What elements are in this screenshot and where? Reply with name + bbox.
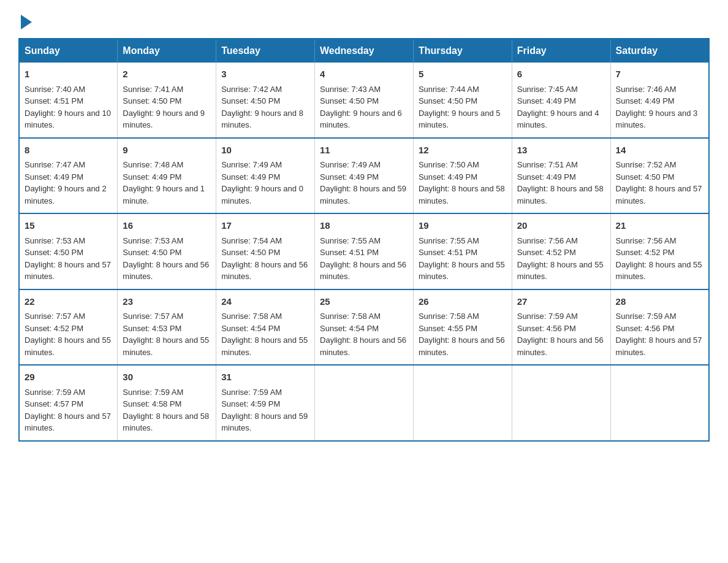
calendar-cell: 22Sunrise: 7:57 AMSunset: 4:52 PMDayligh…	[19, 289, 118, 366]
day-number: 16	[123, 219, 211, 233]
day-info: Sunrise: 7:58 AMSunset: 4:55 PMDaylight:…	[419, 312, 505, 357]
day-number: 11	[320, 144, 408, 158]
calendar-cell: 29Sunrise: 7:59 AMSunset: 4:57 PMDayligh…	[19, 365, 118, 441]
day-info: Sunrise: 7:51 AMSunset: 4:49 PMDaylight:…	[517, 160, 604, 205]
day-number: 7	[616, 67, 703, 82]
day-info: Sunrise: 7:57 AMSunset: 4:52 PMDaylight:…	[25, 312, 111, 357]
calendar-cell: 25Sunrise: 7:58 AMSunset: 4:54 PMDayligh…	[315, 289, 414, 366]
calendar-cell: 24Sunrise: 7:58 AMSunset: 4:54 PMDayligh…	[216, 289, 315, 366]
day-info: Sunrise: 7:52 AMSunset: 4:50 PMDaylight:…	[616, 160, 702, 205]
weekday-header: Sunday	[19, 39, 118, 63]
calendar-week-row: 1Sunrise: 7:40 AMSunset: 4:51 PMDaylight…	[19, 63, 709, 138]
calendar-cell	[413, 365, 512, 441]
calendar-cell: 7Sunrise: 7:46 AMSunset: 4:49 PMDaylight…	[610, 63, 709, 138]
calendar-cell: 30Sunrise: 7:59 AMSunset: 4:58 PMDayligh…	[118, 365, 216, 441]
calendar-cell: 31Sunrise: 7:59 AMSunset: 4:59 PMDayligh…	[216, 365, 315, 441]
calendar-cell: 21Sunrise: 7:56 AMSunset: 4:52 PMDayligh…	[610, 213, 709, 289]
day-info: Sunrise: 7:44 AMSunset: 4:50 PMDaylight:…	[419, 85, 501, 130]
calendar-cell	[315, 365, 414, 441]
day-number: 29	[25, 370, 112, 385]
day-number: 15	[25, 219, 112, 233]
calendar-cell	[610, 365, 709, 441]
calendar-cell: 8Sunrise: 7:47 AMSunset: 4:49 PMDaylight…	[19, 138, 118, 214]
weekday-header: Wednesday	[315, 39, 414, 63]
calendar-cell: 23Sunrise: 7:57 AMSunset: 4:53 PMDayligh…	[118, 289, 216, 366]
calendar-cell: 17Sunrise: 7:54 AMSunset: 4:50 PMDayligh…	[216, 213, 315, 289]
weekday-header: Saturday	[610, 39, 709, 63]
calendar-cell: 18Sunrise: 7:55 AMSunset: 4:51 PMDayligh…	[315, 213, 414, 289]
day-info: Sunrise: 7:56 AMSunset: 4:52 PMDaylight:…	[517, 236, 604, 282]
day-info: Sunrise: 7:58 AMSunset: 4:54 PMDaylight:…	[320, 312, 406, 357]
calendar-week-row: 8Sunrise: 7:47 AMSunset: 4:49 PMDaylight…	[19, 138, 709, 214]
calendar-week-row: 22Sunrise: 7:57 AMSunset: 4:52 PMDayligh…	[19, 289, 709, 366]
day-number: 25	[320, 295, 408, 309]
day-number: 12	[419, 144, 507, 158]
calendar-cell: 5Sunrise: 7:44 AMSunset: 4:50 PMDaylight…	[413, 63, 512, 138]
day-number: 8	[25, 144, 112, 158]
day-info: Sunrise: 7:41 AMSunset: 4:50 PMDaylight:…	[123, 85, 205, 130]
day-number: 9	[123, 144, 211, 158]
day-number: 10	[221, 144, 309, 158]
calendar-cell: 14Sunrise: 7:52 AMSunset: 4:50 PMDayligh…	[610, 138, 709, 214]
day-info: Sunrise: 7:55 AMSunset: 4:51 PMDaylight:…	[320, 236, 406, 282]
calendar-cell: 27Sunrise: 7:59 AMSunset: 4:56 PMDayligh…	[512, 289, 610, 366]
day-info: Sunrise: 7:49 AMSunset: 4:49 PMDaylight:…	[320, 160, 406, 205]
day-info: Sunrise: 7:59 AMSunset: 4:56 PMDaylight:…	[616, 312, 702, 357]
day-number: 13	[517, 144, 605, 158]
day-info: Sunrise: 7:43 AMSunset: 4:50 PMDaylight:…	[320, 85, 402, 130]
weekday-header: Thursday	[413, 39, 512, 63]
calendar-cell: 12Sunrise: 7:50 AMSunset: 4:49 PMDayligh…	[413, 138, 512, 214]
calendar-cell: 2Sunrise: 7:41 AMSunset: 4:50 PMDaylight…	[118, 63, 216, 138]
day-number: 6	[517, 67, 605, 82]
day-number: 24	[221, 295, 309, 309]
weekday-header: Tuesday	[216, 39, 315, 63]
day-info: Sunrise: 7:48 AMSunset: 4:49 PMDaylight:…	[123, 160, 205, 205]
day-info: Sunrise: 7:53 AMSunset: 4:50 PMDaylight:…	[123, 236, 209, 282]
page-header	[18, 12, 710, 27]
day-info: Sunrise: 7:56 AMSunset: 4:52 PMDaylight:…	[616, 236, 702, 282]
day-number: 20	[517, 219, 605, 233]
day-info: Sunrise: 7:46 AMSunset: 4:49 PMDaylight:…	[616, 85, 698, 130]
day-info: Sunrise: 7:53 AMSunset: 4:50 PMDaylight:…	[25, 236, 111, 282]
day-number: 4	[320, 67, 408, 82]
calendar-cell: 19Sunrise: 7:55 AMSunset: 4:51 PMDayligh…	[413, 213, 512, 289]
day-info: Sunrise: 7:49 AMSunset: 4:49 PMDaylight:…	[221, 160, 303, 205]
day-number: 5	[419, 67, 507, 82]
day-number: 31	[221, 370, 309, 385]
day-info: Sunrise: 7:45 AMSunset: 4:49 PMDaylight:…	[517, 85, 599, 130]
calendar-cell: 1Sunrise: 7:40 AMSunset: 4:51 PMDaylight…	[19, 63, 118, 138]
day-info: Sunrise: 7:42 AMSunset: 4:50 PMDaylight:…	[221, 85, 303, 130]
day-number: 14	[616, 144, 703, 158]
weekday-header-row: SundayMondayTuesdayWednesdayThursdayFrid…	[19, 39, 709, 63]
day-number: 26	[419, 295, 507, 309]
calendar-cell: 10Sunrise: 7:49 AMSunset: 4:49 PMDayligh…	[216, 138, 315, 214]
day-number: 30	[123, 370, 211, 385]
logo-arrow-icon	[21, 15, 32, 29]
weekday-header: Monday	[118, 39, 216, 63]
day-number: 18	[320, 219, 408, 233]
logo	[18, 12, 32, 27]
day-number: 23	[123, 295, 211, 309]
day-number: 28	[616, 295, 703, 309]
calendar-cell: 15Sunrise: 7:53 AMSunset: 4:50 PMDayligh…	[19, 213, 118, 289]
calendar-table: SundayMondayTuesdayWednesdayThursdayFrid…	[18, 38, 710, 442]
calendar-week-row: 15Sunrise: 7:53 AMSunset: 4:50 PMDayligh…	[19, 213, 709, 289]
calendar-cell: 3Sunrise: 7:42 AMSunset: 4:50 PMDaylight…	[216, 63, 315, 138]
day-number: 3	[221, 67, 309, 82]
day-info: Sunrise: 7:55 AMSunset: 4:51 PMDaylight:…	[419, 236, 505, 282]
day-number: 21	[616, 219, 703, 233]
day-info: Sunrise: 7:59 AMSunset: 4:56 PMDaylight:…	[517, 312, 604, 357]
weekday-header: Friday	[512, 39, 610, 63]
day-info: Sunrise: 7:59 AMSunset: 4:59 PMDaylight:…	[221, 388, 308, 433]
day-number: 27	[517, 295, 605, 309]
day-number: 22	[25, 295, 112, 309]
day-info: Sunrise: 7:40 AMSunset: 4:51 PMDaylight:…	[25, 85, 111, 130]
day-info: Sunrise: 7:50 AMSunset: 4:49 PMDaylight:…	[419, 160, 505, 205]
day-number: 1	[25, 67, 112, 82]
day-info: Sunrise: 7:59 AMSunset: 4:58 PMDaylight:…	[123, 388, 209, 433]
calendar-cell	[512, 365, 610, 441]
day-number: 17	[221, 219, 309, 233]
day-info: Sunrise: 7:47 AMSunset: 4:49 PMDaylight:…	[25, 160, 107, 205]
calendar-cell: 26Sunrise: 7:58 AMSunset: 4:55 PMDayligh…	[413, 289, 512, 366]
calendar-week-row: 29Sunrise: 7:59 AMSunset: 4:57 PMDayligh…	[19, 365, 709, 441]
